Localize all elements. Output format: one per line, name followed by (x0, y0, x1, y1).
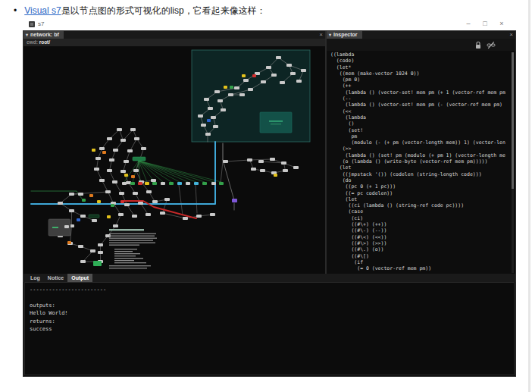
graph-flag-node[interactable] (242, 74, 246, 77)
graph-node[interactable] (118, 213, 124, 216)
graph-node[interactable] (194, 182, 199, 185)
graph-flag-node[interactable] (131, 175, 135, 178)
graph-node[interactable] (133, 169, 139, 172)
graph-flag-node[interactable] (92, 149, 95, 152)
graph-node[interactable] (146, 190, 152, 193)
graph-node[interactable] (138, 182, 142, 185)
graph-node[interactable] (152, 182, 157, 185)
note-box[interactable] (260, 112, 292, 133)
graph-node[interactable] (183, 217, 188, 220)
graph-node[interactable] (186, 182, 190, 185)
graph-node[interactable] (113, 224, 118, 227)
graph-node[interactable] (271, 74, 277, 77)
graph-node[interactable] (228, 93, 233, 96)
graph-node[interactable] (117, 128, 122, 131)
graph-node[interactable] (276, 56, 281, 59)
graph-node[interactable] (270, 158, 275, 161)
graph-node[interactable] (301, 69, 306, 72)
graph-node[interactable] (113, 149, 118, 152)
graph-node[interactable] (161, 182, 165, 185)
graph-flag-node[interactable] (124, 174, 128, 177)
graph-node[interactable] (107, 137, 112, 140)
graph-flag-node[interactable] (111, 204, 114, 207)
graph-node[interactable] (80, 260, 86, 263)
graph-node[interactable] (141, 147, 146, 150)
node-graph-canvas[interactable] (23, 46, 325, 274)
graph-node[interactable] (201, 124, 206, 127)
graph-node[interactable] (160, 212, 165, 215)
graph-node[interactable] (198, 114, 203, 118)
graph-node[interactable] (152, 200, 158, 203)
graph-node[interactable] (205, 133, 211, 136)
graph-node[interactable] (69, 209, 74, 212)
graph-node[interactable] (124, 160, 129, 163)
graph-node[interactable] (130, 128, 136, 131)
graph-node[interactable] (248, 88, 253, 91)
graph-node[interactable] (232, 199, 237, 202)
graph-node[interactable] (204, 98, 209, 101)
graph-node[interactable] (234, 86, 239, 89)
graph-node[interactable] (107, 169, 112, 172)
graph-node[interactable] (210, 213, 215, 216)
inspector-code[interactable]: ((lambda (code) (let* ((mem (make-vector… (327, 51, 511, 274)
graph-node[interactable] (99, 147, 105, 150)
graph-node[interactable] (122, 182, 127, 185)
page-scrollbar[interactable] (528, 0, 530, 392)
graph-node[interactable] (251, 168, 256, 171)
graph-node[interactable] (126, 181, 131, 184)
hub-node[interactable] (133, 157, 146, 161)
graph-node[interactable] (280, 81, 285, 84)
graph-node[interactable] (219, 182, 224, 185)
visual-s7-link[interactable]: Visual s7 (24, 5, 61, 16)
graph-node[interactable] (95, 157, 101, 160)
label-chip[interactable] (89, 215, 99, 218)
tab-output[interactable]: Output (67, 274, 92, 282)
graph-flag-node[interactable] (107, 215, 111, 218)
graph-node[interactable] (239, 93, 245, 96)
inspector-panel-tab[interactable]: ▾Inspector (327, 31, 362, 39)
graph-node[interactable] (213, 125, 218, 128)
maximize-button[interactable]: □ (477, 20, 493, 27)
graph-node[interactable] (127, 149, 133, 152)
terminal-node[interactable] (93, 261, 102, 266)
graph-flag-node[interactable] (120, 200, 124, 203)
graph-node[interactable] (217, 99, 223, 102)
graph-node[interactable] (283, 169, 288, 172)
graph-node[interactable] (64, 225, 69, 228)
graph-node[interactable] (247, 158, 252, 162)
graph-node[interactable] (132, 215, 137, 218)
unlink-icon[interactable] (487, 41, 496, 49)
inspector-close-icon[interactable]: × (509, 31, 513, 39)
graph-flag-node[interactable] (82, 199, 86, 202)
graph-flag-node[interactable] (274, 174, 277, 177)
graph-node[interactable] (109, 158, 114, 162)
graph-node[interactable] (105, 190, 111, 193)
graph-flag-node[interactable] (102, 151, 106, 154)
graph-node[interactable] (286, 64, 292, 67)
graph-flag-node[interactable] (252, 74, 256, 77)
graph-node[interactable] (124, 203, 130, 206)
graph-node[interactable] (290, 72, 296, 75)
selection-region[interactable] (192, 50, 310, 142)
graph-node[interactable] (90, 249, 95, 252)
graph-node[interactable] (58, 202, 63, 205)
graph-node[interactable] (261, 80, 266, 83)
graph-node[interactable] (130, 182, 135, 185)
graph-node[interactable] (223, 160, 228, 163)
graph-node[interactable] (99, 179, 105, 182)
graph-node[interactable] (78, 245, 83, 248)
scrollbar-thumb[interactable] (512, 52, 514, 189)
graph-flag-node[interactable] (89, 194, 93, 197)
graph-node[interactable] (296, 80, 302, 83)
network-close-icon[interactable]: × (319, 31, 323, 39)
graph-node[interactable] (293, 166, 299, 169)
graph-node[interactable] (202, 182, 207, 185)
graph-node[interactable] (98, 251, 103, 254)
graph-node[interactable] (266, 66, 271, 69)
minimize-button[interactable]: – (460, 20, 477, 27)
tab-notice[interactable]: Notice (44, 274, 67, 282)
graph-node[interactable] (78, 193, 83, 196)
graph-node[interactable] (221, 108, 226, 111)
close-button[interactable]: × (493, 20, 510, 27)
graph-node[interactable] (258, 160, 264, 163)
